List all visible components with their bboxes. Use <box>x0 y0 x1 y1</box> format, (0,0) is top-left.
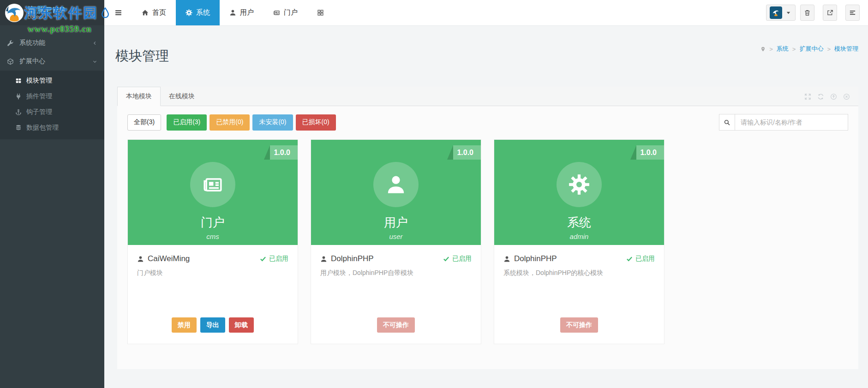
breadcrumb: > 系统 > 扩展中心 > 模块管理 <box>760 45 858 53</box>
user-menu-button[interactable] <box>766 5 796 21</box>
sidebar-item-label: 钩子管理 <box>26 108 52 116</box>
database-icon <box>15 125 22 131</box>
collapse-icon[interactable] <box>830 93 837 100</box>
search-input[interactable] <box>735 114 848 131</box>
module-cards: 1.0.0 门户 cms CaiWeiMing <box>127 139 848 344</box>
log-list-button[interactable] <box>845 5 860 21</box>
breadcrumb-link-module-management[interactable]: 模块管理 <box>834 45 858 53</box>
module-identifier: cms <box>206 233 219 240</box>
sidebar-item-module-management[interactable]: 模块管理 <box>0 73 104 89</box>
export-button[interactable]: 导出 <box>200 317 225 333</box>
caret-down-icon <box>785 9 792 16</box>
nav-item-user[interactable]: 用户 <box>220 0 263 25</box>
avatar <box>770 6 782 19</box>
card-actions: 不可操作 <box>320 317 472 333</box>
card-header: 1.0.0 门户 cms <box>128 140 298 245</box>
clear-cache-button[interactable] <box>800 5 814 21</box>
hamburger-icon <box>114 9 122 17</box>
tab-local-modules[interactable]: 本地模块 <box>117 87 161 106</box>
nav-item-portal[interactable]: 门户 <box>263 0 307 25</box>
card-meta-row: DolphinPHP 已启用 <box>320 254 472 263</box>
module-card-user: 1.0.0 用户 user DolphinPHP <box>311 139 481 344</box>
nav-item-home[interactable]: 首页 <box>132 0 176 25</box>
filter-uninstalled-button[interactable]: 未安装(0) <box>252 114 293 131</box>
chevron-left-icon <box>92 41 97 46</box>
sidebar-item-plugin-management[interactable]: 插件管理 <box>0 89 104 104</box>
tab-label: 本地模块 <box>126 92 152 101</box>
gear-icon <box>186 9 192 16</box>
panel-body: 全部(3) 已启用(3) 已禁用(0) 未安装(0) 已损坏(0) <box>117 106 858 344</box>
nav-item-system[interactable]: 系统 <box>176 0 220 25</box>
tab-online-modules[interactable]: 在线模块 <box>161 87 203 106</box>
module-identifier: user <box>389 233 402 240</box>
breadcrumb-link-extension-center[interactable]: 扩展中心 <box>799 45 823 53</box>
filter-broken-button[interactable]: 已损坏(0) <box>296 114 336 131</box>
module-description: 用户模块，DolphinPHP自带模块 <box>320 269 472 277</box>
sidebar-menu: 系统功能 扩展中心 模块管理 插件管理 钩子管理 <box>0 25 104 139</box>
module-title: 门户 <box>201 215 225 231</box>
module-card-admin: 1.0.0 系统 admin DolphinPHP <box>494 139 664 344</box>
open-site-button[interactable] <box>823 5 837 21</box>
home-icon <box>142 9 149 16</box>
author-name: DolphinPHP <box>331 254 374 263</box>
status-label: 已启用 <box>269 255 288 263</box>
dolphin-avatar-icon <box>772 8 780 17</box>
status-badge: 已启用 <box>443 255 472 263</box>
module-author: DolphinPHP <box>320 254 374 263</box>
sidebar-item-label: 模块管理 <box>26 77 52 85</box>
nav-item-label: 系统 <box>196 8 210 17</box>
module-description: 系统模块，DolphinPHP的核心模块 <box>503 269 655 277</box>
refresh-icon[interactable] <box>817 93 824 100</box>
filter-disabled-button[interactable]: 已禁用(0) <box>210 114 250 131</box>
map-pin-icon <box>760 46 766 52</box>
module-icon-circle <box>373 162 419 207</box>
nav-item-label: 用户 <box>240 8 254 17</box>
status-badge: 已启用 <box>260 255 288 263</box>
trash-icon <box>804 9 811 16</box>
card-header: 1.0.0 系统 admin <box>494 140 664 245</box>
card-actions: 禁用 导出 卸载 <box>137 317 288 333</box>
check-icon <box>443 256 449 262</box>
sidebar-item-hook-management[interactable]: 钩子管理 <box>0 104 104 120</box>
filter-all-button[interactable]: 全部(3) <box>127 114 161 131</box>
disable-button[interactable]: 禁用 <box>172 317 197 333</box>
gear-icon <box>569 174 590 195</box>
fullscreen-icon[interactable] <box>804 93 811 100</box>
sidebar-item-datapack-management[interactable]: 数据包管理 <box>0 120 104 136</box>
th-large-icon <box>15 78 22 84</box>
search-button[interactable] <box>719 114 735 131</box>
grid-icon <box>317 9 324 16</box>
nav-item-apps[interactable] <box>307 0 334 25</box>
cube-icon <box>7 58 14 65</box>
sidebar-item-system-functions[interactable]: 系统功能 <box>0 34 104 52</box>
card-actions: 不可操作 <box>503 317 655 333</box>
content-header: 模块管理 > 系统 > 扩展中心 > 模块管理 <box>117 25 858 87</box>
breadcrumb-link-system[interactable]: 系统 <box>777 45 789 53</box>
uninstall-button[interactable]: 卸载 <box>229 317 254 333</box>
sidebar-item-extension-center[interactable]: 扩展中心 <box>0 52 104 71</box>
external-link-icon <box>826 9 833 16</box>
dolphin-logo-icon <box>5 3 24 23</box>
version-badge: 1.0.0 <box>453 145 481 160</box>
plug-icon <box>15 93 22 100</box>
page-title: 模块管理 <box>115 47 169 66</box>
nav-item-label: 门户 <box>284 8 298 17</box>
logo-subtitle: Dolphin <box>28 15 66 20</box>
dolphinphp-admin: 海豚PHP Dolphin 系统功能 扩展中心 模块管理 <box>0 0 868 388</box>
search-group <box>719 114 848 131</box>
close-icon[interactable] <box>843 93 850 100</box>
status-label: 已启用 <box>635 255 655 263</box>
filter-enabled-button[interactable]: 已启用(3) <box>167 114 207 131</box>
card-meta-row: DolphinPHP 已启用 <box>503 254 655 263</box>
logo-title: 海豚PHP <box>28 6 66 15</box>
module-icon-circle <box>557 162 602 207</box>
sidebar-toggle-button[interactable] <box>104 0 132 25</box>
top-navbar: 首页 系统 用户 门户 <box>104 0 868 26</box>
module-author: DolphinPHP <box>503 254 557 263</box>
author-name: DolphinPHP <box>514 254 557 263</box>
module-description: 门户模块 <box>137 269 288 277</box>
app-logo[interactable]: 海豚PHP Dolphin <box>0 0 104 25</box>
newspaper-icon <box>273 9 280 16</box>
chevron-down-icon <box>92 59 97 64</box>
card-footer: DolphinPHP 已启用 系统模块，DolphinPHP的核心模块 不可操作 <box>494 245 664 344</box>
